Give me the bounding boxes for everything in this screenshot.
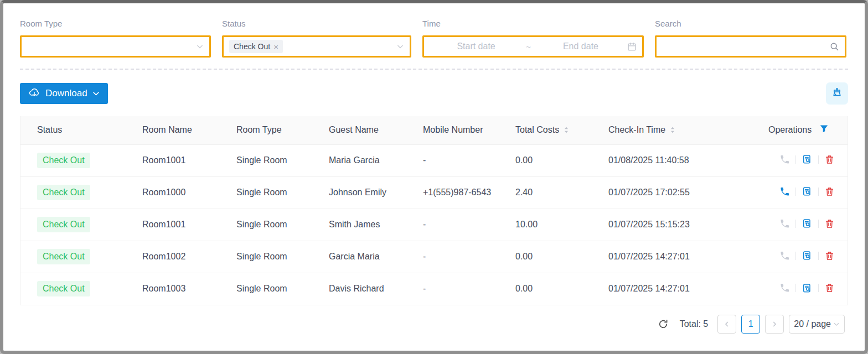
op-divider: [795, 155, 796, 164]
clear-filters-icon: [831, 87, 843, 101]
op-divider: [818, 220, 819, 228]
tag-close-icon[interactable]: ×: [273, 43, 278, 51]
range-separator: ~: [523, 42, 534, 51]
status-badge: Check Out: [37, 185, 90, 200]
page-size-select[interactable]: 20 / page: [789, 315, 845, 334]
page-1-button[interactable]: 1: [741, 315, 760, 334]
status-badge: Check Out: [37, 217, 90, 232]
call-icon[interactable]: [779, 154, 790, 165]
room-management-page: Room Type Status Check Out ×: [3, 3, 865, 351]
calendar-icon: [627, 42, 637, 51]
filter-bar: Room Type Status Check Out ×: [3, 3, 865, 58]
order-detail-icon[interactable]: [802, 218, 813, 229]
cell-room-type: Single Room: [236, 273, 329, 305]
col-mobile-number: Mobile Number: [423, 116, 515, 144]
status-badge: Check Out: [37, 153, 90, 168]
order-detail-icon[interactable]: [802, 250, 813, 261]
cell-guest-name: Davis Richard: [329, 273, 423, 305]
cell-total-costs: 0.00: [515, 241, 608, 273]
col-status: Status: [20, 116, 142, 144]
end-date-input[interactable]: End date: [534, 41, 627, 51]
chevron-down-icon: [396, 43, 404, 50]
cell-total-costs: 10.00: [515, 209, 608, 241]
delete-icon[interactable]: [824, 154, 835, 165]
cell-guest-name: Garcia Maria: [329, 241, 423, 273]
chevron-down-icon: [92, 90, 100, 97]
col-total-costs[interactable]: Total Costs: [515, 116, 608, 144]
cloud-download-icon: [28, 86, 40, 101]
delete-icon[interactable]: [824, 251, 835, 261]
order-detail-icon[interactable]: [802, 154, 813, 165]
call-icon[interactable]: [779, 218, 790, 229]
refresh-icon[interactable]: [658, 319, 668, 329]
cell-check-in-time: 01/07/2025 15:15:23: [608, 209, 766, 241]
call-icon[interactable]: [779, 251, 790, 261]
op-divider: [818, 252, 819, 260]
prev-page-button[interactable]: [717, 315, 736, 334]
sort-icon[interactable]: [670, 126, 675, 134]
col-room-name: Room Name: [142, 116, 236, 144]
download-button[interactable]: Download: [20, 83, 108, 104]
delete-icon[interactable]: [824, 186, 835, 197]
op-divider: [795, 252, 796, 260]
table-row: Check Out Room1001 Single Room Smith Jam…: [20, 209, 848, 241]
sort-icon[interactable]: [564, 126, 569, 134]
toolbar: Download: [3, 70, 865, 105]
cell-mobile-number: -: [423, 241, 515, 273]
pagination-bar: Total: 5 1 20 / page: [3, 305, 865, 334]
room-type-label: Room Type: [20, 19, 211, 28]
op-divider: [818, 155, 819, 164]
status-tag: Check Out ×: [229, 40, 283, 53]
search-icon[interactable]: [830, 42, 839, 51]
cell-check-in-time: 01/07/2025 17:02:55: [608, 176, 766, 209]
rooms-table: Status Room Name Room Type Guest Name Mo…: [20, 116, 848, 305]
cell-mobile-number: -: [423, 144, 515, 176]
filter-funnel-icon[interactable]: [819, 124, 829, 136]
start-date-input[interactable]: Start date: [430, 41, 523, 51]
cell-total-costs: 0.00: [515, 273, 608, 305]
cell-room-name: Room1003: [142, 273, 236, 305]
room-type-select[interactable]: [20, 35, 211, 58]
table-body: Check Out Room1001 Single Room Maria Gar…: [20, 144, 848, 305]
call-icon[interactable]: [779, 283, 790, 293]
filter-room-type: Room Type: [20, 19, 211, 58]
table-row: Check Out Room1003 Single Room Davis Ric…: [20, 273, 848, 305]
col-check-in-time[interactable]: Check-In Time: [608, 116, 766, 144]
cell-total-costs: 2.40: [515, 176, 608, 209]
cell-mobile-number: -: [423, 273, 515, 305]
call-icon[interactable]: [779, 186, 790, 197]
status-select[interactable]: Check Out ×: [222, 35, 411, 58]
chevron-down-icon: [196, 43, 204, 50]
cell-room-name: Room1002: [142, 241, 236, 273]
cell-mobile-number: -: [423, 209, 515, 241]
order-detail-icon[interactable]: [802, 186, 813, 197]
cell-room-name: Room1001: [142, 144, 236, 176]
op-divider: [795, 284, 796, 292]
status-tag-label: Check Out: [234, 42, 270, 51]
cell-room-name: Room1000: [142, 176, 236, 209]
filter-status: Status Check Out ×: [222, 19, 411, 58]
time-label: Time: [422, 19, 644, 28]
order-detail-icon[interactable]: [802, 283, 813, 294]
delete-icon[interactable]: [824, 218, 835, 229]
clear-filters-button[interactable]: [826, 82, 848, 105]
cell-guest-name: Smith James: [329, 209, 423, 241]
table-header-row: Status Room Name Room Type Guest Name Mo…: [20, 116, 848, 144]
op-divider: [795, 188, 796, 196]
cell-room-type: Single Room: [236, 209, 329, 241]
next-page-button[interactable]: [765, 315, 784, 334]
delete-icon[interactable]: [824, 283, 835, 293]
search-box: [655, 35, 846, 58]
filter-time: Time Start date ~ End date: [422, 19, 644, 58]
cell-room-name: Room1001: [142, 209, 236, 241]
status-label: Status: [222, 19, 411, 28]
chevron-down-icon: [833, 321, 840, 327]
table-row: Check Out Room1002 Single Room Garcia Ma…: [20, 241, 848, 273]
date-range-picker[interactable]: Start date ~ End date: [422, 35, 644, 58]
status-badge: Check Out: [37, 281, 90, 296]
status-badge: Check Out: [37, 249, 90, 264]
search-input[interactable]: [662, 42, 830, 51]
download-label: Download: [45, 88, 87, 99]
op-divider: [818, 188, 819, 196]
cell-mobile-number: +1(555)987-6543: [423, 176, 515, 209]
